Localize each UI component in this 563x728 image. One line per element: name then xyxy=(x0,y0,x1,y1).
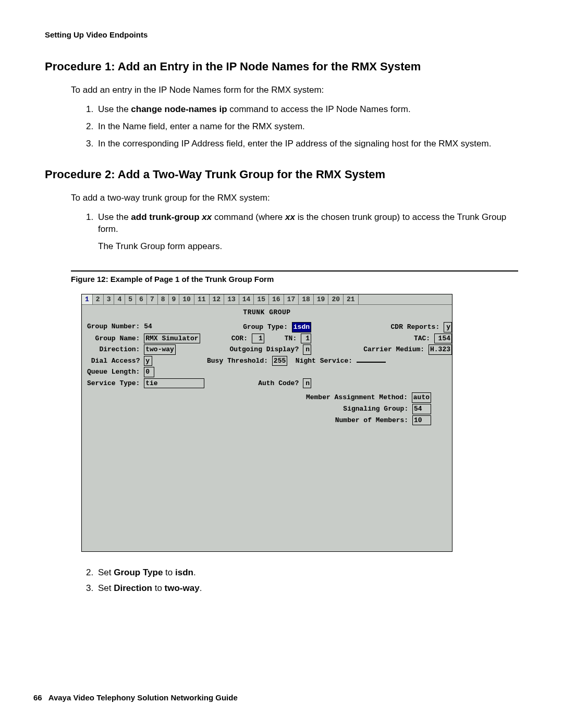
tab-4[interactable]: 4 xyxy=(114,294,125,304)
tab-20[interactable]: 20 xyxy=(328,294,344,304)
label: Group Type: xyxy=(243,323,288,331)
section-header: Setting Up Video Endpoints xyxy=(45,30,518,39)
procedure2-steps-cont: Set Group Type to isdn. Set Direction to… xyxy=(81,567,518,594)
tab-14[interactable]: 14 xyxy=(239,294,254,304)
tab-21[interactable]: 21 xyxy=(344,294,359,304)
field-cor-tn: COR: 1 TN: 1 xyxy=(207,334,332,344)
field-tac: TAC: 154 xyxy=(332,334,452,344)
figure-block: Figure 12: Example of Page 1 of the Trun… xyxy=(71,270,518,552)
field-group-name: Group Name: RMX Simulator xyxy=(87,334,207,344)
label: CDR Reports: xyxy=(391,323,440,331)
tab-12[interactable]: 12 xyxy=(210,294,225,304)
label: Carrier Medium: xyxy=(363,346,424,353)
field-busy-threshold: Busy Threshold: 255 Night Service: xyxy=(207,356,332,366)
value[interactable]: two-way xyxy=(144,344,176,355)
tab-1[interactable]: 1 xyxy=(82,294,93,304)
value[interactable]: RMX Simulator xyxy=(144,334,200,344)
field-queue-length: Queue Length: 0 xyxy=(87,367,207,377)
text: command to access the IP Node Names form… xyxy=(227,104,411,114)
label: COR: xyxy=(231,335,248,342)
tab-13[interactable]: 13 xyxy=(224,294,239,304)
field-name: Direction xyxy=(114,583,152,593)
text: Set xyxy=(98,583,114,593)
tab-16[interactable]: 16 xyxy=(269,294,284,304)
value[interactable]: H.323 xyxy=(429,344,452,355)
field-value: two-way xyxy=(165,583,200,593)
list-item: In the Name field, enter a name for the … xyxy=(96,121,518,133)
list-item: Use the change node-names ip command to … xyxy=(96,104,518,116)
value[interactable]: 154 xyxy=(434,334,452,344)
value[interactable]: auto xyxy=(412,392,431,403)
tab-6[interactable]: 6 xyxy=(136,294,147,304)
value[interactable]: 1 xyxy=(252,334,264,344)
list-item: Set Direction to two-way. xyxy=(96,583,518,594)
procedure1-steps: Use the change node-names ip command to … xyxy=(81,104,518,150)
tab-3[interactable]: 3 xyxy=(104,294,115,304)
field-auth-code: Auth Code? n xyxy=(207,378,332,389)
field-service-type: Service Type: tie xyxy=(87,378,207,389)
procedure2-title: Procedure 2: Add a Two-Way Trunk Group f… xyxy=(45,168,518,181)
tab-19[interactable]: 19 xyxy=(314,294,329,304)
value: 54 xyxy=(144,323,152,330)
text: command (where xyxy=(212,212,285,222)
tab-7[interactable]: 7 xyxy=(147,294,158,304)
procedure2-steps: Use the add trunk-group xx command (wher… xyxy=(81,212,518,253)
value[interactable]: 255 xyxy=(272,356,287,366)
text: to xyxy=(163,567,175,577)
field-value: isdn xyxy=(175,567,193,577)
field-dial-access: Dial Access? y xyxy=(87,356,207,366)
text: . xyxy=(193,567,196,577)
field-cdr-reports: CDR Reports: y xyxy=(332,322,452,332)
tab-17[interactable]: 17 xyxy=(284,294,299,304)
value[interactable]: 54 xyxy=(412,404,431,414)
tab-8[interactable]: 8 xyxy=(158,294,169,304)
text: Set xyxy=(98,567,114,577)
text: to xyxy=(152,583,165,593)
label: Number of Members: xyxy=(335,416,408,424)
value[interactable]: 10 xyxy=(412,415,431,426)
label: TAC: xyxy=(414,335,430,342)
value[interactable]: tie xyxy=(144,378,204,389)
list-item: Use the add trunk-group xx command (wher… xyxy=(96,212,518,253)
tab-5[interactable]: 5 xyxy=(125,294,136,304)
label: Service Type: xyxy=(87,379,140,387)
value[interactable]: 1 xyxy=(301,334,311,344)
value[interactable]: y xyxy=(144,356,152,366)
label: Dial Access? xyxy=(91,357,140,365)
value[interactable]: n xyxy=(303,378,311,389)
field-number-members: Number of Members: 10 xyxy=(87,415,431,426)
tab-2[interactable]: 2 xyxy=(93,294,104,304)
tab-9[interactable]: 9 xyxy=(169,294,180,304)
form-title: TRUNK GROUP xyxy=(87,308,447,317)
procedure1-title: Procedure 1: Add an Entry in the IP Node… xyxy=(45,60,518,73)
field-carrier-medium: Carrier Medium: H.323 xyxy=(332,344,452,355)
label: TN: xyxy=(285,335,297,342)
label: Signaling Group: xyxy=(343,405,408,413)
page-number: 66 xyxy=(33,693,42,702)
tab-15[interactable]: 15 xyxy=(254,294,269,304)
text: . xyxy=(200,583,202,593)
label: Member Assignment Method: xyxy=(306,393,408,401)
field-direction: Direction: two-way xyxy=(87,344,207,355)
value[interactable]: n xyxy=(303,344,311,355)
text: The Trunk Group form appears. xyxy=(98,241,518,253)
field-name: Group Type xyxy=(114,567,163,577)
label: Auth Code? xyxy=(258,379,299,387)
field-group-type: Group Type: isdn xyxy=(207,322,332,332)
label: Group Number: xyxy=(87,323,140,330)
field-signaling-group: Signaling Group: 54 xyxy=(87,404,431,414)
tab-18[interactable]: 18 xyxy=(299,294,314,304)
text: Use the xyxy=(98,212,131,222)
figure-caption: Figure 12: Example of Page 1 of the Trun… xyxy=(71,275,518,283)
procedure2-intro: To add a two-way trunk group for the RMX… xyxy=(71,193,518,203)
value[interactable]: isdn xyxy=(292,322,311,332)
command-text: change node-names ip xyxy=(131,104,227,114)
label: Group Name: xyxy=(95,335,140,342)
figure-rule xyxy=(71,270,518,272)
doc-title: Avaya Video Telephony Solution Networkin… xyxy=(48,693,238,702)
value[interactable]: 0 xyxy=(144,367,154,377)
value[interactable]: y xyxy=(444,322,452,332)
tab-10[interactable]: 10 xyxy=(179,294,194,304)
terminal-body: TRUNK GROUP Group Number: 54 Group Type:… xyxy=(82,305,452,551)
tab-11[interactable]: 11 xyxy=(194,294,210,304)
